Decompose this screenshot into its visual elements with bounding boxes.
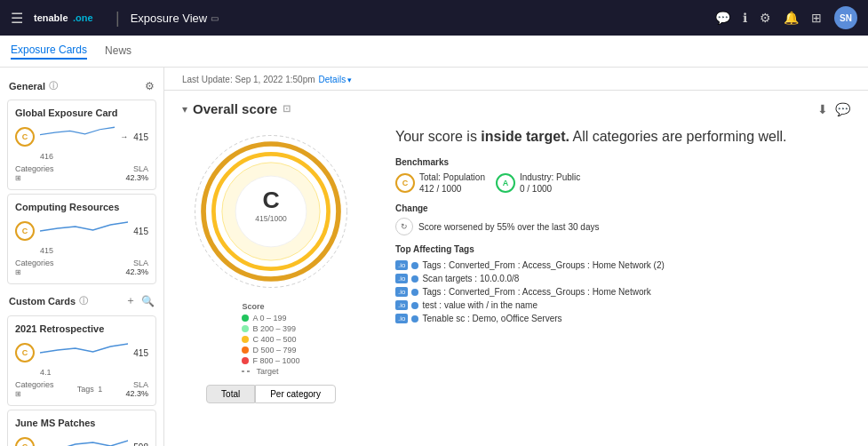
tag-io-3: .io <box>395 300 408 310</box>
general-settings-icon[interactable]: ⚙ <box>145 80 155 92</box>
global-card-sla: SLA 42.3% <box>125 164 148 182</box>
tag-dot-3 <box>411 302 418 309</box>
tag-io-2: .io <box>395 287 408 297</box>
computing-card-categories: Categories ⊞ <box>15 259 54 276</box>
tab-per-category[interactable]: Per category <box>255 385 336 403</box>
settings-icon[interactable]: ⚙ <box>760 11 771 25</box>
overall-score-section: ▾ Overall score ⊡ ⬇ 💬 <box>164 91 868 414</box>
bell-icon[interactable]: 🔔 <box>784 11 799 25</box>
global-card-score: 415 <box>133 132 148 142</box>
svg-text:C: C <box>262 187 279 213</box>
computing-card-title: Computing Resources <box>15 202 148 212</box>
custom-cards-info-icon: ⓘ <box>79 295 88 307</box>
tag-io-1: .io <box>395 274 408 283</box>
legend-dashes <box>242 370 252 372</box>
legend-row-target: Target <box>242 367 299 376</box>
tag-text-1: Scan targets : 10.0.0.0/8 <box>422 274 519 283</box>
computing-card-sparkline <box>40 218 128 244</box>
legend-dot-a <box>242 315 249 322</box>
tag-io-0: .io <box>395 260 408 270</box>
retrospective-prev-score: 4.1 <box>15 368 148 377</box>
chat-icon[interactable]: 💬 <box>715 11 730 25</box>
hamburger-icon[interactable]: ☰ <box>11 10 23 27</box>
retrospective-card-score: 415 <box>133 348 148 358</box>
retrospective-card-title: 2021 Retrospective <box>15 323 148 334</box>
retrospective-tags: Tags 1 <box>77 385 103 394</box>
global-card-badge: C <box>15 127 35 147</box>
retro-category-icon: ⊞ <box>15 390 21 398</box>
tag-text-3: test : value with / in the name <box>422 300 538 310</box>
june-patches-badge: C <box>15 437 35 446</box>
global-card-title: Global Exposure Card <box>15 108 148 118</box>
score-legend: Score A 0 – 199 B 200 – 399 <box>242 302 299 378</box>
computing-card-sla: SLA 42.3% <box>125 259 148 276</box>
tag-dot-2 <box>411 289 418 296</box>
tag-row-2: .io Tags : Converted_From : Access_Group… <box>395 285 850 299</box>
add-custom-card-icon[interactable]: ＋ <box>125 293 136 308</box>
june-patches-card[interactable]: June MS Patches C 598 <box>7 410 156 446</box>
change-section: Change ↻ Score worsened by 55% over the … <box>395 203 850 235</box>
benchmark-industry: A Industry: Public 0 / 1000 <box>496 171 580 195</box>
svg-text:tenable: tenable <box>34 12 68 23</box>
page-title-nav: Exposure View ▭ <box>131 12 219 25</box>
collapse-icon[interactable]: ▾ <box>182 103 187 115</box>
score-main-content: C 415/1000 Score A 0 – 199 <box>182 127 850 403</box>
benchmark-population-badge: C <box>395 173 415 193</box>
score-highlight: inside target. <box>481 129 569 144</box>
grid-icon[interactable]: ⊞ <box>811 11 822 25</box>
global-exposure-card[interactable]: Global Exposure Card C → 415 416 Categor… <box>7 100 156 190</box>
overall-score-header: ▾ Overall score ⊡ ⬇ 💬 <box>182 101 850 116</box>
legend-row-d: D 500 – 799 <box>242 346 299 354</box>
main-content: Last Update: Sep 1, 2022 1:50pm Details … <box>164 68 868 446</box>
benchmarks-row: C Total: Population 412 / 1000 A <box>395 171 850 195</box>
score-headline: Your score is inside target. All categor… <box>395 127 850 147</box>
computing-resources-card[interactable]: Computing Resources C 415 415 Categories… <box>7 194 156 284</box>
details-link[interactable]: Details ▾ <box>319 75 353 84</box>
legend-row-c: C 400 – 500 <box>242 335 299 344</box>
global-card-categories: Categories ⊞ <box>15 164 54 182</box>
chevron-down-icon: ▾ <box>347 76 352 84</box>
gauge-svg-wrapper: C 415/1000 <box>187 127 355 299</box>
search-custom-card-icon[interactable]: 🔍 <box>141 295 155 307</box>
legend-dot-d <box>242 346 249 354</box>
gauge-chart: C 415/1000 <box>182 127 360 299</box>
comment-icon[interactable]: 💬 <box>835 102 850 116</box>
retrospective-card-sla: SLA 42.3% <box>125 380 148 398</box>
benchmarks-section: Benchmarks C Total: Population 412 / 100… <box>395 157 850 195</box>
last-update-text: Last Update: Sep 1, 2022 1:50pm <box>182 75 315 84</box>
legend-dot-f <box>242 357 249 364</box>
tag-dot-0 <box>411 262 418 269</box>
gauge-and-legend: C 415/1000 Score A 0 – 199 <box>182 127 360 403</box>
svg-text:.one: .one <box>73 12 93 23</box>
tag-text-4: Tenable sc : Demo, oOffice Servers <box>422 314 561 323</box>
tenable-logo-svg: tenable .one <box>34 10 105 26</box>
legend-row-b: B 200 – 399 <box>242 324 299 333</box>
user-avatar[interactable]: SN <box>834 6 857 29</box>
benchmark-population-text: Total: Population 412 / 1000 <box>419 171 485 195</box>
tab-total[interactable]: Total <box>206 385 255 403</box>
change-item: ↻ Score worsened by 55% over the last 30… <box>395 218 850 235</box>
custom-cards-title: Custom Cards <box>9 296 76 307</box>
tag-row-4: .io Tenable sc : Demo, oOffice Servers <box>395 312 850 325</box>
global-card-sparkline <box>40 123 115 150</box>
info-icon[interactable]: ℹ <box>743 11 747 25</box>
tab-exposure-cards[interactable]: Exposure Cards <box>11 44 87 60</box>
benchmark-industry-badge: A <box>496 173 515 193</box>
tag-io-4: .io <box>395 314 408 323</box>
top-tags-label: Top Affecting Tags <box>395 244 850 254</box>
retrospective-card-badge: C <box>15 343 35 362</box>
retrospective-card[interactable]: 2021 Retrospective C 415 4.1 Categories … <box>7 315 156 406</box>
tab-news[interactable]: News <box>105 44 131 59</box>
svg-text:415/1000: 415/1000 <box>255 214 287 223</box>
benchmark-industry-text: Industry: Public 0 / 1000 <box>520 171 580 195</box>
score-legend-title: Score <box>242 302 299 311</box>
june-patches-title: June MS Patches <box>15 418 148 428</box>
tag-text-0: Tags : Converted_From : Access_Groups : … <box>422 260 664 270</box>
download-icon[interactable]: ⬇ <box>817 102 828 116</box>
general-section-title: General <box>9 81 45 92</box>
tag-dot-1 <box>411 275 418 283</box>
tag-text-2: Tags : Converted_From : Access_Groups : … <box>422 287 650 297</box>
brand-logo: tenable .one <box>34 10 105 26</box>
computing-card-prev-score: 415 <box>15 246 148 255</box>
legend-row-f: F 800 – 1000 <box>242 356 299 365</box>
